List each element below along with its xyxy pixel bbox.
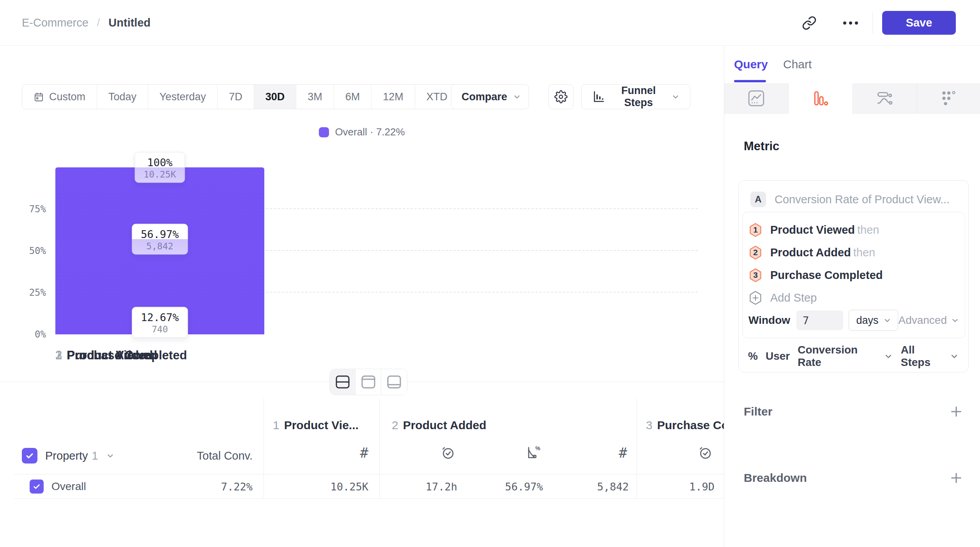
range-6m[interactable]: 6M	[334, 85, 372, 109]
range-30d[interactable]: 30D	[254, 85, 297, 109]
split-rows-icon	[335, 375, 350, 389]
step-badge-number: 3	[749, 268, 762, 282]
main-content: Custom Today Yesterday 7D 30D 3M 6M 12M …	[0, 46, 724, 547]
property-checkbox[interactable]	[22, 448, 37, 464]
table-col-step-2[interactable]: 2 Product Added	[392, 417, 486, 434]
step-number: 3	[55, 348, 62, 362]
add-breakdown-button[interactable]	[950, 471, 963, 485]
add-step-button[interactable]: Add Step	[748, 286, 959, 309]
y-axis: 0%25%50%75%	[12, 167, 46, 334]
tab-flow-chart[interactable]	[853, 83, 917, 114]
step-hexagon-badge: 1	[749, 223, 762, 237]
table-row[interactable]: Overall 7.22% 10.25K 17.2h 56.97% 5,842 …	[0, 474, 724, 499]
funnel-steps-button[interactable]: Funnel Steps	[581, 84, 690, 109]
share-link-button[interactable]	[797, 11, 822, 36]
breadcrumb-current[interactable]: Untitled	[108, 16, 150, 29]
counting-entity[interactable]: User	[766, 350, 790, 362]
range-12m[interactable]: 12M	[371, 85, 415, 109]
cell-total-conversion: 7.22%	[221, 474, 253, 499]
scope-select[interactable]: All Steps	[901, 344, 944, 369]
y-axis-tick: 50%	[29, 245, 46, 256]
step-then-label: then	[853, 246, 875, 259]
funnel-bar-step-3[interactable]: 12.67% 740 3Purchase Completed	[55, 167, 264, 334]
measurement-criteria-row: % User Conversion Rate All Steps	[748, 346, 959, 366]
advanced-label: Advanced	[898, 314, 947, 327]
metric-summary-row[interactable]: A Conversion Rate of Product View...	[750, 191, 959, 208]
layout-toggle-group	[329, 369, 407, 395]
count-metric-header[interactable]: #	[619, 443, 627, 462]
header-row-view-button[interactable]	[356, 369, 381, 395]
plus-icon	[950, 405, 963, 418]
step-badge-number: 1	[749, 223, 762, 237]
footer-row-view-button[interactable]	[381, 369, 407, 395]
measure-select[interactable]: Conversion Rate	[798, 344, 878, 369]
range-yesterday[interactable]: Yesterday	[148, 85, 218, 109]
window-unit-select[interactable]: days	[849, 310, 898, 331]
range-custom[interactable]: Custom	[22, 85, 97, 109]
save-button[interactable]: Save	[882, 11, 956, 35]
line-chart-icon	[747, 89, 765, 107]
range-3m[interactable]: 3M	[296, 85, 334, 109]
split-rows-view-button[interactable]	[330, 369, 356, 395]
range-7d[interactable]: 7D	[218, 85, 254, 109]
footer-row-icon	[387, 375, 402, 389]
chevron-down-icon	[883, 316, 892, 325]
chart-type-tabs	[724, 83, 980, 114]
add-filter-button[interactable]	[950, 405, 963, 418]
avg-time-metric-header[interactable]	[697, 443, 713, 462]
more-menu-button[interactable]	[838, 11, 863, 36]
y-axis-tick: 25%	[29, 287, 46, 298]
range-label: Custom	[49, 91, 85, 103]
y-axis-tick: 75%	[29, 204, 46, 215]
panel-tabs: Query Chart	[724, 46, 980, 83]
filter-heading: Filter	[744, 405, 772, 418]
view-type-label: Funnel Steps	[611, 85, 666, 109]
cell-step2-avg-time: 17.2h	[426, 474, 457, 499]
total-conversion-header[interactable]: Total Conv.	[197, 446, 253, 466]
header-row-icon	[361, 375, 376, 389]
chart-settings-button[interactable]	[548, 84, 573, 109]
view-type-group: Funnel Steps	[581, 84, 690, 109]
step-event-name: Purchase Completed	[770, 269, 883, 281]
chevron-down-icon	[884, 352, 893, 361]
property-index: 1	[92, 449, 98, 462]
breadcrumb-parent[interactable]: E-Commerce	[22, 16, 88, 29]
table-col-step-1[interactable]: 1 Product Vie...	[273, 417, 359, 434]
conversion-chart-icon: %	[526, 445, 541, 460]
range-label: Today	[108, 91, 136, 103]
tab-breakdown-grid[interactable]	[917, 83, 980, 114]
legend-swatch	[319, 127, 329, 137]
table-col-step-3[interactable]: 3 Purchase Completed	[646, 417, 724, 434]
check-icon	[32, 482, 41, 491]
window-value-input[interactable]: 7	[796, 311, 843, 330]
step-axis-label: 3Purchase Completed	[55, 348, 187, 362]
metric-step-3[interactable]: 3 Purchase Completed	[748, 264, 959, 286]
legend-label[interactable]: Overall · 7.22%	[335, 126, 405, 138]
advanced-toggle[interactable]: Advanced	[898, 314, 959, 327]
tab-chart[interactable]: Chart	[783, 46, 812, 83]
avg-time-metric-header[interactable]	[440, 443, 456, 462]
y-axis-tick: 0%	[35, 329, 46, 340]
cell-step2-conversion: 56.97%	[505, 474, 543, 499]
step-hexagon-badge: 3	[749, 268, 762, 282]
tab-query[interactable]: Query	[734, 46, 768, 83]
link-icon	[802, 16, 817, 30]
tab-line-chart[interactable]	[724, 83, 789, 114]
conversion-count: 740	[141, 324, 179, 334]
add-step-hexagon-icon	[749, 291, 762, 305]
range-today[interactable]: Today	[97, 85, 148, 109]
count-metric-header[interactable]: #	[360, 443, 368, 462]
row-checkbox[interactable]	[30, 480, 44, 494]
property-dropdown[interactable]: Property1	[45, 449, 98, 462]
hash-icon: #	[619, 445, 627, 461]
range-label: 12M	[383, 91, 403, 103]
metric-step-1[interactable]: 1 Product Viewedthen	[748, 218, 959, 241]
percent-symbol: %	[748, 350, 758, 362]
tab-funnel-chart[interactable]	[789, 83, 853, 114]
compare-label: Compare	[462, 91, 507, 103]
metric-step-2[interactable]: 2 Product Addedthen	[748, 241, 959, 264]
conversion-metric-header[interactable]: %	[526, 443, 541, 462]
compare-button[interactable]: Compare	[451, 84, 529, 109]
calendar-icon	[34, 92, 44, 102]
add-step-label: Add Step	[770, 291, 817, 304]
